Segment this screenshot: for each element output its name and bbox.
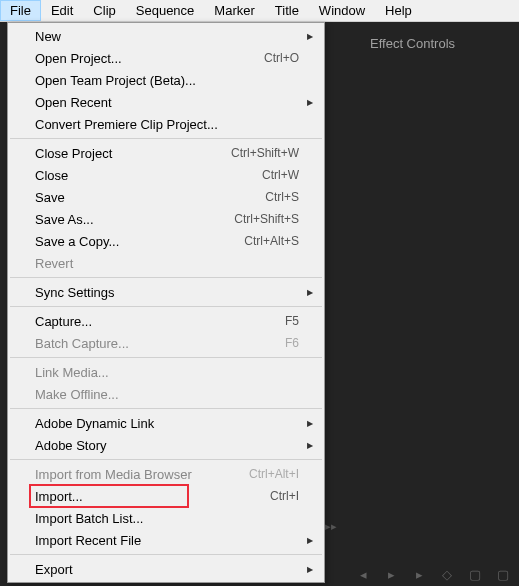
menubar-item-window[interactable]: Window: [309, 0, 375, 21]
menubar-item-title[interactable]: Title: [265, 0, 309, 21]
menu-item-open-recent[interactable]: Open Recent▶: [9, 91, 323, 113]
in-point-icon[interactable]: ▢: [467, 567, 483, 581]
chevron-right-icon: ▶: [307, 536, 313, 545]
menu-item-shortcut: Ctrl+W: [262, 168, 299, 182]
transport-controls: ◂ ▸ ▸ ◇ ▢ ▢: [355, 567, 511, 581]
menu-item-link-media: Link Media...: [9, 361, 323, 383]
menu-item-import-batch-list[interactable]: Import Batch List...: [9, 507, 323, 529]
menu-item-import[interactable]: Import...Ctrl+I: [9, 485, 323, 507]
menu-item-label: New: [35, 29, 299, 44]
menu-item-label: Capture...: [35, 314, 285, 329]
menu-item-label: Open Team Project (Beta)...: [35, 73, 299, 88]
out-point-icon[interactable]: ▢: [495, 567, 511, 581]
menu-item-label: Export: [35, 562, 299, 577]
menu-item-save[interactable]: SaveCtrl+S: [9, 186, 323, 208]
file-menu-dropdown: New▶Open Project...Ctrl+OOpen Team Proje…: [7, 22, 325, 583]
menubar-label: Help: [385, 3, 412, 18]
menu-item-label: Adobe Dynamic Link: [35, 416, 299, 431]
menu-item-save-as[interactable]: Save As...Ctrl+Shift+S: [9, 208, 323, 230]
menu-item-shortcut: Ctrl+Alt+I: [249, 467, 299, 481]
menu-item-shortcut: Ctrl+I: [270, 489, 299, 503]
play-icon[interactable]: ▸: [383, 567, 399, 581]
menu-item-label: Convert Premiere Clip Project...: [35, 117, 299, 132]
menu-item-shortcut: Ctrl+Alt+S: [244, 234, 299, 248]
menu-separator: [10, 138, 322, 139]
menu-item-label: Import...: [35, 489, 270, 504]
chevron-right-icon: ▶: [307, 98, 313, 107]
menubar-label: Marker: [214, 3, 254, 18]
menubar-label: Window: [319, 3, 365, 18]
menu-item-batch-capture: Batch Capture...F6: [9, 332, 323, 354]
menubar-label: Sequence: [136, 3, 195, 18]
menu-separator: [10, 408, 322, 409]
menu-item-convert-premiere-clip-project[interactable]: Convert Premiere Clip Project...: [9, 113, 323, 135]
menu-item-export[interactable]: Export▶: [9, 558, 323, 580]
menubar-item-help[interactable]: Help: [375, 0, 422, 21]
chevron-right-icon: ▶: [307, 288, 313, 297]
menu-item-label: Save a Copy...: [35, 234, 244, 249]
menu-item-adobe-dynamic-link[interactable]: Adobe Dynamic Link▶: [9, 412, 323, 434]
effect-controls-tab[interactable]: Effect Controls: [370, 36, 455, 51]
menu-item-label: Save: [35, 190, 265, 205]
menu-item-make-offline: Make Offline...: [9, 383, 323, 405]
menu-item-label: Link Media...: [35, 365, 299, 380]
prev-frame-icon[interactable]: ◂: [355, 567, 371, 581]
menu-item-capture[interactable]: Capture...F5: [9, 310, 323, 332]
menubar-item-edit[interactable]: Edit: [41, 0, 83, 21]
menu-item-label: Close Project: [35, 146, 231, 161]
menu-item-revert: Revert: [9, 252, 323, 274]
menu-item-label: Import Recent File: [35, 533, 299, 548]
chevron-right-icon: ▶: [307, 32, 313, 41]
menubar-item-sequence[interactable]: Sequence: [126, 0, 205, 21]
menu-item-label: Import Batch List...: [35, 511, 299, 526]
menubar-label: Edit: [51, 3, 73, 18]
menu-item-open-project[interactable]: Open Project...Ctrl+O: [9, 47, 323, 69]
menu-item-shortcut: F5: [285, 314, 299, 328]
menu-item-close[interactable]: CloseCtrl+W: [9, 164, 323, 186]
menubar-item-marker[interactable]: Marker: [204, 0, 264, 21]
menu-separator: [10, 459, 322, 460]
menu-separator: [10, 357, 322, 358]
menu-item-close-project[interactable]: Close ProjectCtrl+Shift+W: [9, 142, 323, 164]
menubar-item-clip[interactable]: Clip: [83, 0, 125, 21]
menu-item-shortcut: F6: [285, 336, 299, 350]
menu-item-sync-settings[interactable]: Sync Settings▶: [9, 281, 323, 303]
menu-item-label: Revert: [35, 256, 299, 271]
menu-item-label: Adobe Story: [35, 438, 299, 453]
menu-item-label: Close: [35, 168, 262, 183]
menu-item-shortcut: Ctrl+O: [264, 51, 299, 65]
menu-item-new[interactable]: New▶: [9, 25, 323, 47]
chevron-right-icon: ▶: [307, 565, 313, 574]
menu-item-label: Open Project...: [35, 51, 264, 66]
menu-item-shortcut: Ctrl+Shift+S: [234, 212, 299, 226]
menu-item-import-recent-file[interactable]: Import Recent File▶: [9, 529, 323, 551]
play-indicator-icon: ▸▸: [325, 520, 337, 533]
chevron-right-icon: ▶: [307, 419, 313, 428]
menu-separator: [10, 277, 322, 278]
menu-item-adobe-story[interactable]: Adobe Story▶: [9, 434, 323, 456]
chevron-right-icon: ▶: [307, 441, 313, 450]
menubar-label: File: [10, 3, 31, 18]
menu-item-shortcut: Ctrl+S: [265, 190, 299, 204]
next-frame-icon[interactable]: ▸: [411, 567, 427, 581]
menu-item-label: Open Recent: [35, 95, 299, 110]
menu-separator: [10, 554, 322, 555]
menu-item-label: Batch Capture...: [35, 336, 285, 351]
menu-item-open-team-project-beta[interactable]: Open Team Project (Beta)...: [9, 69, 323, 91]
menu-item-label: Import from Media Browser: [35, 467, 249, 482]
add-marker-icon[interactable]: ◇: [439, 567, 455, 581]
panel-tab-label: Effect Controls: [370, 36, 455, 51]
menu-separator: [10, 306, 322, 307]
menu-item-label: Save As...: [35, 212, 234, 227]
menu-item-label: Make Offline...: [35, 387, 299, 402]
menubar-label: Clip: [93, 3, 115, 18]
menu-item-save-a-copy[interactable]: Save a Copy...Ctrl+Alt+S: [9, 230, 323, 252]
menu-item-shortcut: Ctrl+Shift+W: [231, 146, 299, 160]
menu-item-import-from-media-browser: Import from Media BrowserCtrl+Alt+I: [9, 463, 323, 485]
menubar-label: Title: [275, 3, 299, 18]
menubar: File Edit Clip Sequence Marker Title Win…: [0, 0, 519, 22]
menubar-item-file[interactable]: File: [0, 0, 41, 21]
menu-item-label: Sync Settings: [35, 285, 299, 300]
